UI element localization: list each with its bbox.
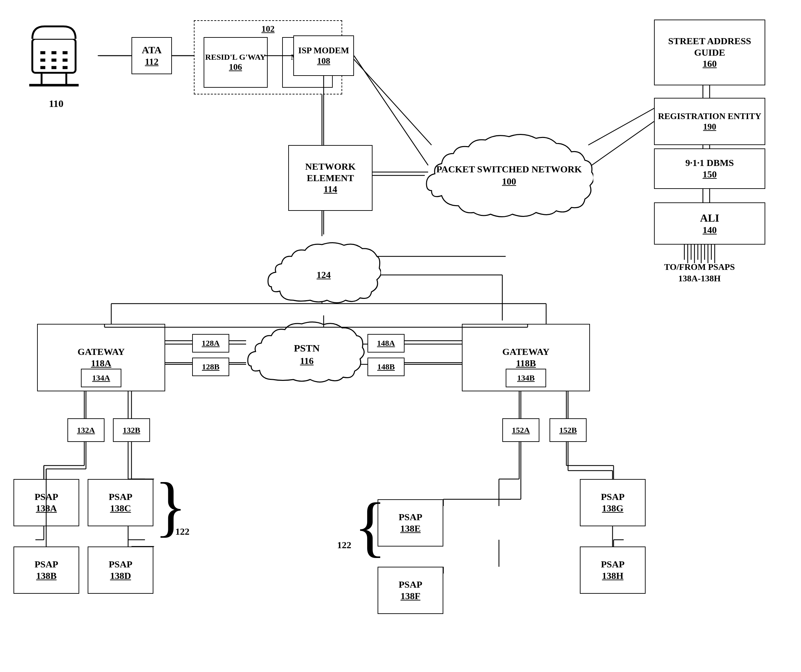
svg-rect-61 <box>40 66 45 69</box>
network-element-number: 114 <box>323 184 337 195</box>
ata-number: 112 <box>145 56 158 68</box>
psap-138d-label: PSAP <box>109 559 132 570</box>
node-128a-box: 128A <box>192 334 229 353</box>
svg-rect-62 <box>51 66 56 69</box>
gateway-118b-number: 118B <box>516 358 536 369</box>
to-from-label: TO/FROM PSAPS 138A-138H <box>664 261 735 284</box>
psap-138b-label: PSAP <box>35 559 58 570</box>
psap-138g-number: 138G <box>602 503 624 514</box>
telephone-icon <box>20 20 98 98</box>
box-102-label: 102 <box>262 24 275 34</box>
packet-switched-number: 100 <box>502 176 516 187</box>
psap-138a-box: PSAP 138A <box>13 479 79 526</box>
node-152b-box: 152B <box>550 418 587 442</box>
svg-rect-60 <box>63 59 68 62</box>
network-element-box: NETWORK ELEMENT 114 <box>288 145 373 211</box>
svg-rect-58 <box>40 59 45 62</box>
node-128b-box: 128B <box>192 358 229 376</box>
inner-134b: 134B <box>506 369 546 387</box>
node-152b-label: 152B <box>559 425 577 435</box>
psap-138c-box: PSAP 138C <box>88 479 153 526</box>
cloud-124: 124 <box>266 234 381 316</box>
svg-line-3 <box>351 56 431 145</box>
psap-138d-number: 138D <box>110 570 131 582</box>
psap-138d-box: PSAP 138D <box>88 546 153 594</box>
registration-entity-box: REGISTRATION ENTITY 190 <box>654 98 765 145</box>
psap-138f-box: PSAP 138F <box>378 567 443 614</box>
node-152a-box: 152A <box>502 418 539 442</box>
psap-138f-number: 138F <box>400 590 420 602</box>
pstn-cloud: PSTN 116 <box>246 317 367 391</box>
cloud-124-number: 124 <box>317 269 331 280</box>
brace-right-label: 122 <box>337 540 351 551</box>
node-128b-label: 128B <box>202 362 219 372</box>
packet-switched-label: PACKET SWITCHED NETWORK 100 <box>436 163 582 188</box>
psap-138b-box: PSAP 138B <box>13 546 79 594</box>
phone-number-label: 110 <box>49 98 63 109</box>
ali-box: ALI 140 <box>654 202 765 245</box>
psap-138e-box: PSAP 138E <box>378 499 443 546</box>
ali-number: 140 <box>703 224 717 236</box>
gateway-118a-label: GATEWAY <box>77 346 125 358</box>
svg-rect-55 <box>40 51 45 54</box>
node-148b-label: 148B <box>377 362 395 372</box>
node-148a-box: 148A <box>367 334 405 353</box>
svg-line-6 <box>588 105 661 145</box>
psap-138c-label: PSAP <box>109 491 132 503</box>
cloud-124-label: 124 <box>317 269 331 281</box>
svg-rect-63 <box>63 66 68 69</box>
svg-rect-56 <box>51 51 56 54</box>
reg-number: 190 <box>703 121 716 132</box>
psap-138c-number: 138C <box>110 503 131 514</box>
reg-label: REGISTRATION ENTITY <box>658 111 762 121</box>
packet-switched-cloud: PACKET SWITCHED NETWORK 100 <box>425 128 594 222</box>
psap-138e-number: 138E <box>400 523 421 534</box>
inner-134a: 134A <box>81 369 121 387</box>
psap-138a-number: 138A <box>36 503 56 514</box>
isp-number: 108 <box>317 56 330 66</box>
psap-138h-box: PSAP 138H <box>580 546 646 594</box>
node-152a-label: 152A <box>512 425 530 435</box>
node-148a-label: 148A <box>377 338 395 348</box>
svg-rect-59 <box>51 59 56 62</box>
street-address-number: 160 <box>703 58 717 69</box>
psap-138b-number: 138B <box>36 570 56 582</box>
psap-138g-box: PSAP 138G <box>580 479 646 526</box>
diagram: 110 ATA 112 102 RESID'L G'WAY 106 MODEM … <box>0 0 801 672</box>
network-element-label: NETWORK ELEMENT <box>289 161 372 184</box>
psap-138h-number: 138H <box>602 570 624 582</box>
gateway-118b-label: GATEWAY <box>502 346 550 358</box>
brace-left-label: 122 <box>175 526 190 537</box>
node-132b-box: 132B <box>113 418 150 442</box>
gateway-118a-box: GATEWAY 118A 134A <box>37 324 165 391</box>
gateway-118b-box: GATEWAY 118B 134B <box>462 324 590 391</box>
street-address-box: STREET ADDRESS GUIDE 160 <box>654 19 765 85</box>
resid-label: RESID'L G'WAY <box>205 53 266 61</box>
right-brace-ef: { <box>354 493 386 560</box>
dbms-box: 9·1·1 DBMS 150 <box>654 148 765 189</box>
dbms-label: 9·1·1 DBMS <box>685 157 734 169</box>
ali-label: ALI <box>700 211 719 224</box>
resid-number: 106 <box>229 62 242 72</box>
node-132a-label: 132A <box>77 425 95 435</box>
resid-gateway-box: RESID'L G'WAY 106 <box>204 37 268 88</box>
psap-138g-label: PSAP <box>601 491 625 503</box>
psap-138e-label: PSAP <box>399 511 422 523</box>
pstn-label: PSTN 116 <box>294 342 320 367</box>
node-148b-box: 148B <box>367 358 405 376</box>
svg-rect-57 <box>63 51 68 54</box>
inner-134b-label: 134B <box>517 373 535 383</box>
inner-134a-label: 134A <box>92 373 110 383</box>
ata-box: ATA 112 <box>132 37 172 74</box>
dbms-number: 150 <box>703 169 717 180</box>
street-address-label: STREET ADDRESS GUIDE <box>655 35 765 58</box>
node-128a-label: 128A <box>202 338 219 348</box>
psap-138a-label: PSAP <box>35 491 58 503</box>
isp-modem-box: ISP MODEM 108 <box>293 35 354 76</box>
pstn-number: 116 <box>300 356 314 366</box>
psap-138f-label: PSAP <box>399 579 422 590</box>
node-132b-label: 132B <box>123 425 140 435</box>
ata-label: ATA <box>142 44 162 56</box>
isp-label: ISP MODEM <box>298 45 349 56</box>
psap-138h-label: PSAP <box>601 559 625 570</box>
